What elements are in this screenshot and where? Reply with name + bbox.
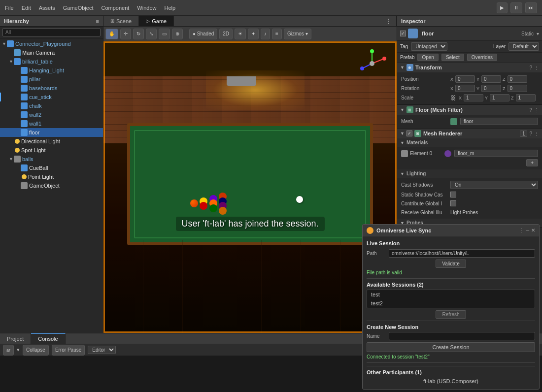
hierarchy-menu-icon[interactable]: ≡ bbox=[96, 18, 99, 24]
expand-arrow-connector[interactable]: ▼ bbox=[2, 41, 7, 46]
path-input[interactable] bbox=[389, 249, 535, 258]
mesh-ref-value[interactable]: floor bbox=[460, 118, 538, 125]
hierarchy-item-connector[interactable]: ▼ Connector_Playground bbox=[0, 39, 103, 48]
session-item-test[interactable]: test bbox=[367, 290, 535, 299]
move-tool-btn[interactable]: ✛ bbox=[120, 29, 131, 39]
expand-arrow-balls[interactable]: ▼ bbox=[9, 157, 14, 162]
create-session-btn[interactable]: Create Session bbox=[367, 342, 535, 352]
position-y[interactable] bbox=[481, 75, 501, 83]
transform-tool-btn[interactable]: ⊕ bbox=[172, 29, 183, 39]
scale-tool-btn[interactable]: ⤡ bbox=[146, 29, 157, 39]
mesh-renderer-enabled[interactable]: ✓ bbox=[406, 131, 412, 136]
lighting-section-header[interactable]: ▼ Lighting bbox=[397, 169, 542, 178]
mesh-filter-help-btn[interactable]: ? bbox=[529, 107, 532, 113]
menu-window[interactable]: Window bbox=[137, 5, 156, 11]
expand-arrow-billiard[interactable]: ▼ bbox=[9, 59, 14, 64]
hierarchy-item-gameobject[interactable]: GameObject bbox=[0, 181, 103, 190]
mesh-filter-menu-btn[interactable]: ⋮ bbox=[534, 107, 539, 113]
prefab-overrides-btn[interactable]: Overrides bbox=[467, 54, 497, 61]
layer-select[interactable]: Default bbox=[508, 42, 539, 51]
transform-menu-btn[interactable]: ⋮ bbox=[534, 65, 539, 70]
rotation-x[interactable] bbox=[455, 85, 475, 92]
hierarchy-item-cueball[interactable]: CueBall bbox=[0, 163, 103, 172]
prefab-select-btn[interactable]: Select bbox=[441, 54, 464, 61]
scene-options-btn[interactable]: ⋮ bbox=[381, 16, 397, 26]
tab-console[interactable]: Console bbox=[31, 333, 65, 344]
hierarchy-search-input[interactable] bbox=[2, 28, 101, 36]
mesh-renderer-header[interactable]: ▼ ✓ ⊞ Mesh Renderer 1 ? ⋮ bbox=[397, 129, 542, 138]
transform-help-btn[interactable]: ? bbox=[529, 65, 532, 70]
menu-gameobject[interactable]: GameObject bbox=[63, 5, 94, 11]
menu-file[interactable]: File bbox=[5, 5, 14, 11]
position-z[interactable] bbox=[508, 75, 527, 83]
tab-project[interactable]: Project bbox=[0, 333, 31, 344]
rect-tool-btn[interactable]: ▭ bbox=[159, 29, 170, 39]
hierarchy-item-wall1[interactable]: wall1 bbox=[0, 119, 103, 128]
mesh-renderer-menu-btn[interactable]: ⋮ bbox=[534, 131, 539, 136]
hierarchy-item-chalk[interactable]: chalk bbox=[0, 101, 103, 110]
hierarchy-item-spot-light[interactable]: Spot Light bbox=[0, 146, 103, 155]
material-ref[interactable]: floor_m bbox=[454, 150, 538, 157]
console-collapse-btn[interactable]: Collapse bbox=[23, 345, 49, 356]
transform-header[interactable]: ▼ ⊕ Transform ? ⋮ bbox=[397, 63, 542, 72]
tab-scene[interactable]: ⊞ Scene bbox=[103, 16, 139, 26]
prefab-open-btn[interactable]: Open bbox=[417, 54, 438, 61]
menu-help[interactable]: Help bbox=[164, 5, 175, 11]
static-dropdown[interactable]: ▾ bbox=[537, 31, 539, 36]
validate-btn[interactable]: Validate bbox=[436, 260, 466, 268]
cast-shadows-select[interactable]: On bbox=[450, 181, 538, 189]
console-clear-btn[interactable]: ar bbox=[3, 345, 14, 356]
materials-section-header[interactable]: ▼ Materials bbox=[397, 138, 542, 147]
hierarchy-item-wall2[interactable]: wall2 bbox=[0, 110, 103, 119]
name-input[interactable] bbox=[389, 332, 535, 340]
static-shadow-checkbox[interactable] bbox=[450, 192, 456, 197]
menu-component[interactable]: Component bbox=[101, 5, 129, 11]
lights-btn[interactable]: ☀ bbox=[235, 29, 246, 39]
pause-button[interactable]: ⏸ bbox=[510, 2, 522, 13]
hierarchy-item-balls[interactable]: ▼ balls bbox=[0, 155, 103, 163]
scale-y[interactable] bbox=[490, 94, 509, 101]
hierarchy-item-pillar[interactable]: pillar bbox=[0, 75, 103, 84]
add-material-btn[interactable]: + bbox=[526, 159, 538, 166]
fx-btn[interactable]: ✦ bbox=[248, 29, 259, 39]
omni-close-btn[interactable]: ✕ bbox=[531, 228, 535, 233]
menu-edit[interactable]: Edit bbox=[22, 5, 31, 11]
scale-z[interactable] bbox=[516, 94, 536, 101]
tag-select[interactable]: Untagged bbox=[411, 42, 447, 51]
hierarchy-item-point-light[interactable]: Point Light bbox=[0, 172, 103, 181]
object-enabled-checkbox[interactable]: ✓ bbox=[400, 31, 406, 36]
2d-btn[interactable]: 2D bbox=[219, 29, 233, 39]
contribute-checkbox[interactable] bbox=[450, 200, 456, 206]
rotation-z[interactable] bbox=[508, 85, 527, 92]
hierarchy-item-billiard-table[interactable]: ▼ billiard_table bbox=[0, 57, 103, 66]
menu-assets[interactable]: Assets bbox=[39, 5, 55, 11]
console-clear-dropdown[interactable]: ▾ bbox=[17, 347, 20, 353]
console-editor-select[interactable]: Editor bbox=[88, 346, 116, 354]
step-button[interactable]: ⏭ bbox=[525, 2, 537, 13]
session-item-test2[interactable]: test2 bbox=[367, 299, 535, 308]
rotate-tool-btn[interactable]: ↻ bbox=[133, 29, 144, 39]
scale-x[interactable] bbox=[464, 94, 483, 101]
hierarchy-item-baseboards[interactable]: baseboards bbox=[0, 84, 103, 93]
shading-btn[interactable]: ● Shaded bbox=[189, 29, 217, 39]
hierarchy-item-main-camera[interactable]: Main Camera bbox=[0, 48, 103, 57]
play-button[interactable]: ▶ bbox=[497, 2, 508, 13]
console-errorpause-btn[interactable]: Error Pause bbox=[52, 345, 85, 356]
mesh-filter-header[interactable]: ▼ ⊞ Floor (Mesh Filter) ? ⋮ bbox=[397, 105, 542, 115]
scene-gizmo[interactable] bbox=[357, 49, 387, 78]
hierarchy-item-cue-stick[interactable]: cue_stick bbox=[0, 93, 103, 101]
tab-game[interactable]: ▷ Game bbox=[139, 16, 174, 26]
mesh-renderer-help-btn[interactable]: ? bbox=[529, 131, 532, 136]
refresh-btn[interactable]: Refresh bbox=[436, 310, 466, 319]
position-x[interactable] bbox=[455, 75, 475, 83]
rotation-y[interactable] bbox=[481, 85, 501, 92]
omni-minus-btn[interactable]: ─ bbox=[526, 228, 529, 233]
stats-btn[interactable]: ≡ bbox=[272, 29, 282, 39]
hierarchy-item-floor[interactable]: floor bbox=[0, 128, 103, 137]
hierarchy-item-directional-light[interactable]: Directional Light bbox=[0, 137, 103, 146]
hand-tool-btn[interactable]: ✋ bbox=[105, 29, 118, 39]
scene-viewport[interactable]: User 'ft-lab' has joined the session. bbox=[103, 41, 397, 333]
hierarchy-item-hanging-light[interactable]: Hanging_Light bbox=[0, 66, 103, 75]
gizmos-btn[interactable]: Gizmos ▾ bbox=[284, 29, 311, 39]
omni-menu-btn[interactable]: ⋮ bbox=[519, 228, 524, 233]
